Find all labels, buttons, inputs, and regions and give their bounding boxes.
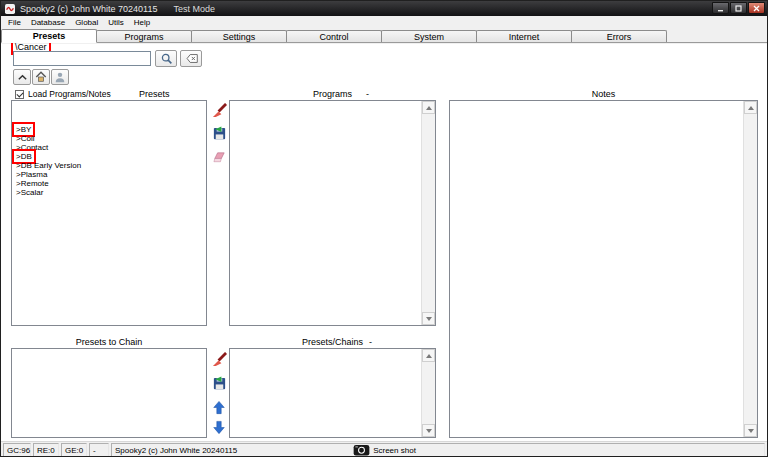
preset-item[interactable]: >Plasma xyxy=(12,170,206,179)
preset-item[interactable]: >Coil xyxy=(12,134,206,143)
screenshot-button[interactable]: Screen shot xyxy=(353,444,416,456)
search-button[interactable] xyxy=(155,50,177,67)
presets-page: \Cancer xyxy=(1,44,768,441)
tab-presets[interactable]: Presets xyxy=(1,29,97,43)
ge-status: GE:0 xyxy=(61,443,87,457)
programs-header-label: Programs xyxy=(313,89,352,99)
app-window: Spooky2 (c) John White 70240115 Test Mod… xyxy=(0,0,768,457)
maximize-button[interactable] xyxy=(730,2,747,14)
eraser-icon xyxy=(212,150,227,165)
scroll-down-button[interactable] xyxy=(422,312,435,325)
tab-errors[interactable]: Errors xyxy=(571,30,667,42)
preset-item[interactable]: >BY xyxy=(12,125,206,134)
programs-scrollbar[interactable] xyxy=(421,101,435,325)
search-icon xyxy=(160,52,173,65)
programs-listbox[interactable] xyxy=(229,100,436,326)
window-title: Spooky2 (c) John White 70240115 xyxy=(20,4,157,14)
programs-counter: - xyxy=(366,89,369,99)
search-input[interactable] xyxy=(13,51,151,66)
load-programs-notes-checkbox[interactable] xyxy=(15,90,24,99)
presets-listbox[interactable]: >BY >Coil >Contact >DB >DB Early Version… xyxy=(11,100,207,326)
move-up-button[interactable] xyxy=(211,399,227,415)
window-controls xyxy=(712,2,765,14)
presets-chains-counter: - xyxy=(369,337,372,347)
preset-item[interactable]: >Contact xyxy=(12,143,206,152)
app-status-text: Spooky2 (c) John White 20240115 xyxy=(115,446,237,455)
notes-scrollbar[interactable] xyxy=(743,101,757,437)
close-button[interactable] xyxy=(748,2,765,14)
arrow-up-icon xyxy=(212,400,226,415)
collapse-tree-button[interactable] xyxy=(13,69,31,85)
preset-item[interactable]: >Remote xyxy=(12,179,206,188)
menu-bar: File Database Global Utils Help xyxy=(1,16,767,29)
tab-strip: Presets Programs Settings Control System… xyxy=(1,29,767,43)
camera-icon xyxy=(353,444,370,456)
tab-programs[interactable]: Programs xyxy=(96,30,192,42)
presets-header-label: Presets xyxy=(139,89,170,99)
home-button[interactable] xyxy=(32,69,50,85)
clear-chain-button[interactable] xyxy=(211,351,227,367)
scroll-down-button[interactable] xyxy=(744,424,757,437)
move-down-button[interactable] xyxy=(211,419,227,435)
save-preset-button[interactable] xyxy=(211,125,227,141)
menu-help[interactable]: Help xyxy=(129,17,155,28)
save-icon xyxy=(212,126,227,141)
chevron-up-icon xyxy=(17,72,28,83)
clear-presets-button[interactable] xyxy=(211,102,227,118)
home-icon xyxy=(35,71,47,83)
profile-button[interactable] xyxy=(51,69,69,85)
brush-icon xyxy=(212,352,227,367)
chains-scrollbar[interactable] xyxy=(421,349,435,437)
notes-textarea[interactable] xyxy=(449,100,758,438)
brush-icon xyxy=(212,103,227,118)
status-bar: GC:96 RE:0 GE:0 - Spooky2 (c) John White… xyxy=(1,441,767,457)
status-dash: - xyxy=(89,443,109,457)
presets-chains-listbox[interactable] xyxy=(229,348,436,438)
menu-utils[interactable]: Utils xyxy=(103,17,129,28)
preset-item[interactable]: >DB Early Version xyxy=(12,161,206,170)
scroll-down-button[interactable] xyxy=(422,424,435,437)
minimize-button[interactable] xyxy=(712,2,729,14)
save-chain-button[interactable] xyxy=(211,375,227,391)
menu-file[interactable]: File xyxy=(3,17,26,28)
re-status: RE:0 xyxy=(33,443,59,457)
app-logo-icon xyxy=(5,4,15,14)
tab-internet[interactable]: Internet xyxy=(476,30,572,42)
save-icon xyxy=(212,376,227,391)
preset-item[interactable]: >DB xyxy=(12,152,206,161)
tab-settings[interactable]: Settings xyxy=(191,30,287,42)
preset-item[interactable]: >Scalar xyxy=(12,188,206,197)
presets-to-chain-listbox[interactable] xyxy=(11,348,207,438)
scroll-up-button[interactable] xyxy=(422,349,435,362)
menu-database[interactable]: Database xyxy=(26,17,70,28)
erase-preset-button[interactable] xyxy=(211,149,227,165)
tab-control[interactable]: Control xyxy=(286,30,382,42)
presets-chains-label: Presets/Chains xyxy=(302,337,363,347)
arrow-down-icon xyxy=(212,420,226,435)
close-icon xyxy=(753,5,760,12)
gc-status: GC:96 xyxy=(3,443,31,457)
scroll-up-button[interactable] xyxy=(422,101,435,114)
test-mode-label: Test Mode xyxy=(173,4,215,14)
title-bar: Spooky2 (c) John White 70240115 Test Mod… xyxy=(1,1,767,16)
minimize-icon xyxy=(717,5,724,12)
screenshot-label: Screen shot xyxy=(373,446,416,455)
maximize-icon xyxy=(735,5,742,12)
clear-search-button[interactable] xyxy=(180,50,202,67)
user-icon xyxy=(54,71,66,83)
menu-global[interactable]: Global xyxy=(70,17,103,28)
app-status-cell: Spooky2 (c) John White 20240115 Screen s… xyxy=(111,443,765,457)
load-programs-notes-label[interactable]: Load Programs/Notes xyxy=(28,89,111,99)
tab-system[interactable]: System xyxy=(381,30,477,42)
presets-to-chain-label: Presets to Chain xyxy=(76,337,143,347)
scroll-up-button[interactable] xyxy=(744,101,757,114)
notes-header-label: Notes xyxy=(592,89,616,99)
backspace-icon xyxy=(183,53,199,64)
